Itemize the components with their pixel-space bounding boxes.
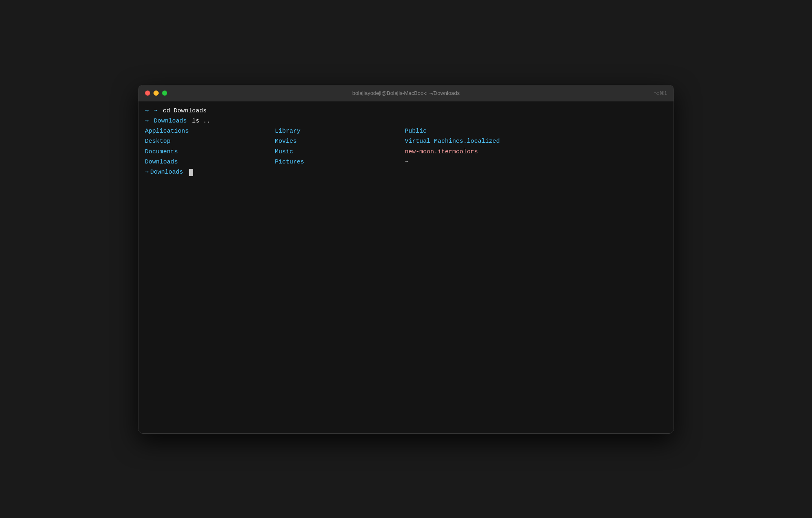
ls-item-tilde: ~ <box>405 157 667 167</box>
ls-item-virtual-machines: Virtual Machines.localized <box>405 137 667 146</box>
ls-col-2: Library Movies Music Pictures <box>275 127 405 167</box>
prompt-arrow-1: → <box>145 106 149 116</box>
prompt-dir-1: ~ <box>150 106 161 116</box>
ls-item-movies: Movies <box>275 137 405 146</box>
command-text-1: cd Downloads <box>163 106 207 116</box>
window-title: bolajiayodeji@Bolajis-MacBook: ~/Downloa… <box>352 90 460 96</box>
title-bar: bolajiayodeji@Bolajis-MacBook: ~/Downloa… <box>138 85 674 101</box>
prompt-arrow-2: → <box>145 116 149 126</box>
cursor-block <box>189 169 193 176</box>
active-prompt-line[interactable]: → Downloads <box>145 168 667 177</box>
shortcut-badge: ⌥⌘1 <box>654 90 667 96</box>
command-text-2: ls .. <box>192 116 210 126</box>
ls-item-library: Library <box>275 127 405 136</box>
command-line-2: → Downloads ls .. <box>145 116 667 126</box>
ls-item-itermcolors: new-moon.itermcolors <box>405 147 667 157</box>
ls-col-3: Public Virtual Machines.localized new-mo… <box>405 127 667 167</box>
ls-item-desktop: Desktop <box>145 137 275 146</box>
minimize-button[interactable] <box>153 90 159 96</box>
prompt-dir-2: Downloads <box>150 116 190 126</box>
ls-col-1: Applications Desktop Documents Downloads <box>145 127 275 167</box>
ls-item-downloads: Downloads <box>145 157 275 167</box>
terminal-body[interactable]: → ~ cd Downloads → Downloads ls .. Appli… <box>138 101 674 433</box>
ls-item-pictures: Pictures <box>275 157 405 167</box>
ls-output: Applications Desktop Documents Downloads… <box>145 127 667 167</box>
terminal-window: bolajiayodeji@Bolajis-MacBook: ~/Downloa… <box>138 85 674 434</box>
command-line-1: → ~ cd Downloads <box>145 106 667 116</box>
ls-item-applications: Applications <box>145 127 275 136</box>
close-button[interactable] <box>145 90 150 96</box>
prompt-arrow-active: → <box>145 168 149 177</box>
ls-item-music: Music <box>275 147 405 157</box>
prompt-dir-active: Downloads <box>150 168 183 177</box>
active-command-text <box>185 168 188 177</box>
traffic-lights <box>145 90 167 96</box>
ls-item-public: Public <box>405 127 667 136</box>
maximize-button[interactable] <box>162 90 167 96</box>
ls-item-documents: Documents <box>145 147 275 157</box>
